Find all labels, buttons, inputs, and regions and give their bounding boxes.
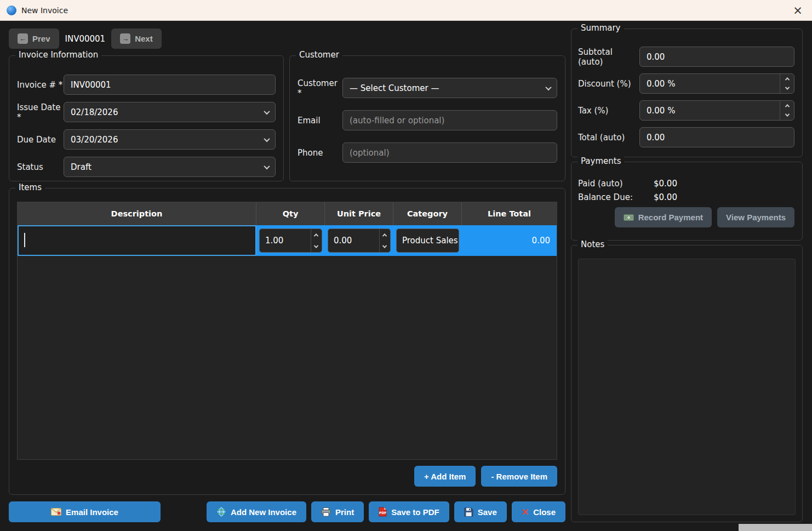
print-button[interactable]: Print <box>311 501 364 522</box>
due-date-combobox[interactable]: 03/20/2026 <box>64 129 276 150</box>
unit-price-input[interactable] <box>328 236 379 245</box>
phone-input[interactable] <box>343 143 557 162</box>
save-to-pdf-button[interactable]: PDF Save to PDF <box>369 501 449 522</box>
pdf-icon: PDF <box>379 507 387 517</box>
total-field-wrap <box>639 127 794 147</box>
spin-up-icon[interactable] <box>380 229 390 241</box>
unit-price-cell <box>325 225 393 256</box>
current-invoice-number: INV00001 <box>65 34 106 44</box>
balance-due-row: Balance Due: $0.00 <box>578 192 794 202</box>
top-groups-row: Invoice Information Invoice # * Issue Da… <box>9 55 565 181</box>
tax-spinbox[interactable] <box>639 100 794 121</box>
arrow-right-icon: → <box>120 33 130 44</box>
add-new-invoice-label: Add New Invoice <box>231 507 296 517</box>
notes-textarea[interactable] <box>578 259 796 515</box>
total-label: Total (auto) <box>578 133 639 142</box>
items-group: Items Description Qty Unit Price Categor… <box>9 188 565 495</box>
add-new-invoice-button[interactable]: Add New Invoice <box>207 501 306 522</box>
summary-group: Summary Subtotal (auto) Discount (%) <box>571 28 803 157</box>
left-column: ← Prev INV00001 → Next Invoice Informati… <box>9 28 565 522</box>
items-table-empty-area <box>18 256 557 459</box>
category-cell: Product Sales <box>393 225 462 256</box>
items-buttons-row: + Add Item - Remove Item <box>17 466 557 487</box>
chevron-down-icon[interactable] <box>259 102 275 122</box>
save-to-pdf-label: Save to PDF <box>391 507 439 517</box>
qty-spin-buttons <box>311 229 322 252</box>
unit-price-spinbox[interactable] <box>328 229 391 253</box>
save-label: Save <box>478 507 497 517</box>
next-label: Next <box>135 34 153 43</box>
summary-group-title: Summary <box>577 23 624 33</box>
spin-up-icon[interactable] <box>780 74 794 84</box>
qty-cell <box>256 225 325 256</box>
arrow-left-icon: ← <box>18 33 28 44</box>
view-payments-button[interactable]: View Payments <box>717 207 794 227</box>
horizontal-scrollbar[interactable] <box>739 524 812 531</box>
prev-invoice-button[interactable]: ← Prev <box>9 28 59 49</box>
spin-down-icon[interactable] <box>380 241 390 252</box>
email-input[interactable] <box>343 111 557 130</box>
payments-group-title: Payments <box>577 156 624 166</box>
qty-spinbox[interactable] <box>259 229 322 253</box>
due-date-row: Due Date 03/20/2026 <box>17 129 276 150</box>
invoice-nav: ← Prev INV00001 → Next <box>9 28 565 49</box>
customer-row: Customer * — Select Customer — <box>298 78 557 98</box>
next-invoice-button[interactable]: → Next <box>111 28 162 49</box>
phone-label: Phone <box>298 148 342 158</box>
add-item-button[interactable]: + Add Item <box>414 466 476 487</box>
table-row: Product Sales 0.00 <box>18 225 557 256</box>
status-row: Status Draft <box>17 157 276 177</box>
col-line-total: Line Total <box>462 202 557 225</box>
notes-group: Notes <box>571 245 803 522</box>
window-title: New Invoice <box>21 6 68 15</box>
customer-group-title: Customer <box>296 50 342 60</box>
close-button[interactable]: ✕ Close <box>512 501 565 522</box>
qty-input[interactable] <box>260 236 311 245</box>
record-payment-button[interactable]: Record Payment <box>615 207 712 227</box>
chevron-down-icon[interactable] <box>259 157 275 176</box>
discount-spin-buttons <box>780 74 794 93</box>
globe-icon <box>216 507 226 517</box>
email-invoice-button[interactable]: Email Invoice <box>9 501 161 522</box>
record-payment-label: Record Payment <box>638 213 703 222</box>
invoice-number-input[interactable] <box>64 75 275 94</box>
tax-input[interactable] <box>640 101 780 120</box>
email-label: Email <box>298 116 342 125</box>
tax-spin-buttons <box>780 101 794 120</box>
subtotal-field-wrap <box>639 47 794 67</box>
remove-item-button[interactable]: - Remove Item <box>481 466 557 487</box>
paid-label: Paid (auto) <box>578 179 654 189</box>
issue-date-combobox[interactable]: 02/18/2026 <box>64 102 276 122</box>
spin-up-icon[interactable] <box>311 229 322 241</box>
spin-up-icon[interactable] <box>780 101 794 111</box>
svg-text:PDF: PDF <box>379 511 386 515</box>
total-input[interactable] <box>640 128 794 147</box>
discount-spinbox[interactable] <box>639 73 794 94</box>
status-combobox[interactable]: Draft <box>64 157 276 177</box>
customer-combobox[interactable]: — Select Customer — <box>342 78 557 98</box>
category-combobox[interactable]: Product Sales <box>396 229 459 253</box>
balance-due-label: Balance Due: <box>578 192 654 202</box>
due-date-label: Due Date <box>17 135 64 145</box>
spin-down-icon[interactable] <box>311 241 322 252</box>
discount-label: Discount (%) <box>578 79 639 89</box>
phone-row: Phone <box>298 142 557 163</box>
spin-down-icon[interactable] <box>780 111 794 121</box>
chevron-down-icon[interactable] <box>540 78 557 98</box>
window-close-button[interactable]: × <box>786 2 810 19</box>
email-row: Email <box>298 110 557 130</box>
invoice-number-field-wrap <box>64 75 276 95</box>
money-icon <box>624 214 634 221</box>
save-button[interactable]: Save <box>454 501 507 522</box>
email-icon <box>51 508 61 516</box>
invoice-information-group: Invoice Information Invoice # * Issue Da… <box>9 55 284 181</box>
chevron-down-icon[interactable] <box>259 130 275 149</box>
titlebar: New Invoice × <box>0 0 812 21</box>
discount-input[interactable] <box>640 74 780 93</box>
invoice-number-row: Invoice # * <box>17 75 276 95</box>
app-icon <box>7 5 16 15</box>
email-field-wrap <box>342 110 557 130</box>
spin-down-icon[interactable] <box>780 84 794 94</box>
subtotal-input[interactable] <box>640 47 794 66</box>
description-input[interactable] <box>18 225 256 256</box>
